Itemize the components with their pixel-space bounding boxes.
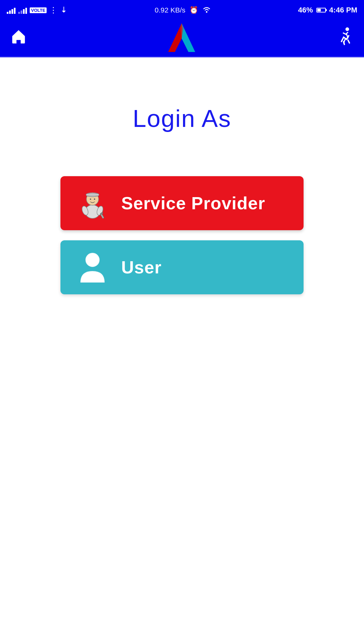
- svg-marker-4: [168, 23, 182, 52]
- svg-point-7: [345, 27, 349, 31]
- bar3: [23, 9, 25, 14]
- app-logo: [165, 22, 199, 55]
- service-provider-label: Service Provider: [121, 193, 265, 213]
- menu-icon: ⋮: [49, 5, 57, 15]
- run-icon[interactable]: [336, 27, 354, 50]
- status-center: 0.92 KB/s ⏰: [155, 6, 211, 15]
- home-icon[interactable]: [10, 28, 27, 48]
- user-button[interactable]: User: [60, 240, 304, 294]
- wifi-icon: [202, 6, 211, 15]
- svg-point-13: [94, 198, 95, 200]
- status-left: VOLTE ⋮: [7, 5, 68, 15]
- bar2: [9, 10, 11, 14]
- download-icon: [60, 6, 68, 15]
- service-provider-button[interactable]: Service Provider: [60, 176, 304, 230]
- alarm-icon: ⏰: [189, 6, 198, 14]
- signal-bars-2: [18, 6, 27, 14]
- volte-badge: VOLTE: [30, 7, 47, 13]
- speed-text: 0.92 KB/s: [155, 6, 185, 14]
- svg-rect-11: [86, 194, 99, 196]
- login-as-title: Login As: [133, 105, 231, 132]
- bar1: [18, 12, 20, 14]
- bar1: [7, 12, 8, 14]
- status-right: 46% 4:46 PM: [298, 6, 357, 15]
- bar4: [14, 8, 16, 14]
- user-label: User: [121, 257, 162, 277]
- app-toolbar: [0, 20, 364, 57]
- buttons-container: Service Provider User: [60, 176, 304, 294]
- status-bar: VOLTE ⋮ 0.92 KB/s ⏰ 46% 4:46 PM: [0, 0, 364, 20]
- battery-icon: [316, 8, 326, 12]
- user-icon: [74, 249, 111, 286]
- time: 4:46 PM: [329, 6, 357, 15]
- svg-marker-5: [182, 23, 195, 52]
- bar2: [21, 10, 22, 14]
- svg-point-18: [86, 253, 99, 267]
- bar3: [11, 9, 13, 14]
- signal-bars-1: [7, 6, 16, 14]
- mechanic-icon: [74, 185, 111, 222]
- svg-point-3: [206, 11, 208, 13]
- battery-percent: 46%: [298, 6, 313, 15]
- svg-point-12: [90, 198, 91, 200]
- main-content: Login As: [0, 57, 364, 315]
- bar4: [25, 8, 27, 14]
